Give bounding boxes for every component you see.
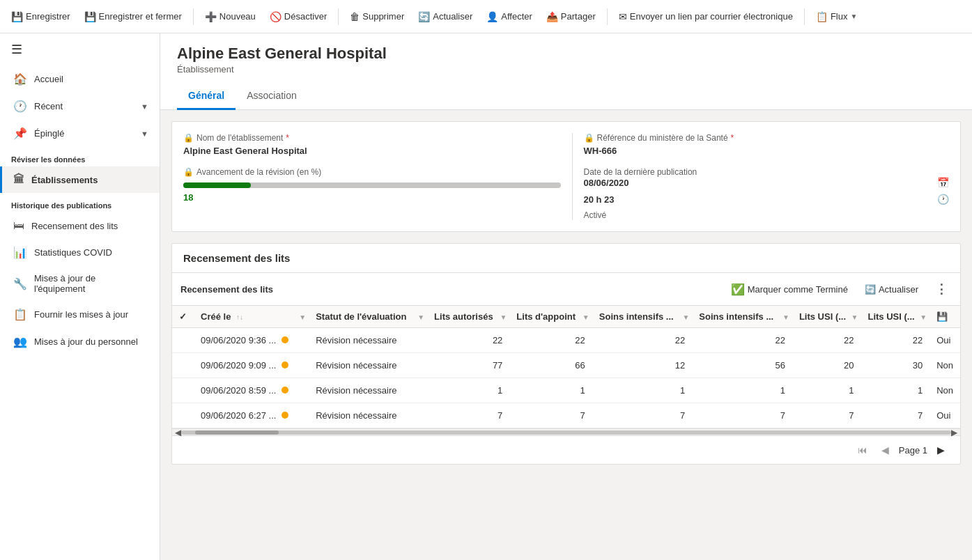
recent-chevron-icon: ▼ bbox=[141, 102, 148, 111]
form-right: 🔒 Référence du ministère de la Santé * W… bbox=[572, 133, 950, 220]
filter-icon-cree[interactable]: ▼ bbox=[299, 313, 306, 320]
scrollbar-thumb[interactable] bbox=[195, 430, 279, 435]
col-cree-le[interactable]: Créé le ↑↓ ▼ bbox=[194, 306, 309, 328]
form-section: 🔒 Nom de l'établissement * Alpine East G… bbox=[171, 121, 961, 232]
table-row[interactable]: 09/06/2020 9:36 ... Révision nécessaire … bbox=[172, 328, 960, 353]
col-lits-autorises[interactable]: Lits autorisés ▼ bbox=[427, 306, 509, 328]
row1-last: Oui bbox=[929, 328, 960, 353]
row3-check[interactable] bbox=[172, 378, 194, 403]
col-usi1[interactable]: Lits USI (... ▼ bbox=[792, 306, 861, 328]
row1-check[interactable] bbox=[172, 328, 194, 353]
table-scrollbar[interactable]: ◀ ▶ bbox=[172, 428, 960, 435]
filter-icon-lits-app[interactable]: ▼ bbox=[583, 313, 589, 320]
filter-icon-lits-auto[interactable]: ▼ bbox=[500, 313, 507, 320]
filter-icon-statut[interactable]: ▼ bbox=[417, 313, 424, 320]
row4-check[interactable] bbox=[172, 403, 194, 428]
clock-icon[interactable]: 🕐 bbox=[937, 194, 949, 205]
sep2 bbox=[338, 8, 339, 25]
sidebar-item-personnel[interactable]: 👥 Mises à jour du personnel bbox=[0, 328, 160, 355]
sidebar-item-fournir-mises[interactable]: 📋 Fournir les mises à jour bbox=[0, 301, 160, 328]
tab-general[interactable]: Général bbox=[177, 83, 236, 110]
filter-icon-soins2[interactable]: ▼ bbox=[782, 313, 789, 320]
filter-icon-soins1[interactable]: ▼ bbox=[682, 313, 689, 320]
table-header-row: ✓ Créé le ↑↓ ▼ Statut de l'évaluation ▼ bbox=[172, 306, 960, 328]
assign-button[interactable]: 👤 Affecter bbox=[481, 7, 538, 26]
calendar-icon[interactable]: 📅 bbox=[937, 177, 949, 188]
row4-lits-auto: 7 bbox=[427, 403, 509, 428]
row2-usi1: 20 bbox=[792, 353, 861, 378]
col-lits-appoint[interactable]: Lits d'appoint ▼ bbox=[509, 306, 592, 328]
field-reference: 🔒 Référence du ministère de la Santé * W… bbox=[584, 133, 950, 156]
delete-button[interactable]: 🗑 Supprimer bbox=[344, 7, 410, 26]
table-row[interactable]: 09/06/2020 8:59 ... Révision nécessaire … bbox=[172, 378, 960, 403]
field-active: Activé bbox=[584, 210, 950, 220]
fournir-icon: 📋 bbox=[13, 308, 27, 321]
share-icon: 📤 bbox=[546, 11, 558, 22]
mark-done-button[interactable]: ✅ Marquer comme Terminé bbox=[727, 280, 852, 299]
sidebar-item-etablissements[interactable]: 🏛 Établissements bbox=[0, 166, 160, 193]
row2-check[interactable] bbox=[172, 353, 194, 378]
flux-button[interactable]: 📋 Flux ▼ bbox=[810, 7, 863, 26]
row1-lits-auto: 22 bbox=[427, 328, 509, 353]
field-nom-etablissement: 🔒 Nom de l'établissement * Alpine East G… bbox=[183, 133, 561, 156]
sep3 bbox=[607, 8, 608, 25]
sidebar-item-epingle[interactable]: 📌 Épinglé ▼ bbox=[0, 120, 160, 147]
email-icon: ✉ bbox=[619, 11, 627, 22]
tab-association[interactable]: Association bbox=[236, 83, 308, 110]
col-soins2[interactable]: Soins intensifs ... ▼ bbox=[692, 306, 792, 328]
table-refresh-icon: 🔄 bbox=[865, 284, 876, 295]
filter-icon-usi1[interactable]: ▼ bbox=[851, 313, 858, 320]
section2-title: Historique des publications bbox=[0, 193, 160, 212]
row4-lits-app: 7 bbox=[509, 403, 592, 428]
sidebar-item-accueil[interactable]: 🏠 Accueil bbox=[0, 65, 160, 93]
scrollbar-track[interactable] bbox=[181, 430, 951, 435]
save-button[interactable]: 💾 Enregistrer bbox=[6, 7, 76, 26]
col-usi2[interactable]: Lits USI (... ▼ bbox=[861, 306, 929, 328]
assign-icon: 👤 bbox=[486, 11, 498, 22]
new-icon: ➕ bbox=[205, 11, 217, 22]
refresh-button[interactable]: 🔄 Actualiser bbox=[412, 7, 478, 26]
row3-usi1: 1 bbox=[792, 378, 861, 403]
sidebar-item-recent[interactable]: 🕐 Récent ▼ bbox=[0, 93, 160, 120]
pagination-first-btn[interactable]: ⏮ bbox=[854, 442, 872, 458]
row3-date: 09/06/2020 8:59 ... bbox=[194, 378, 309, 403]
sidebar-item-recensement-lits[interactable]: 🛏 Recensement des lits bbox=[0, 212, 160, 239]
table-row[interactable]: 09/06/2020 6:27 ... Révision nécessaire … bbox=[172, 403, 960, 428]
col-soins1[interactable]: Soins intensifs ... ▼ bbox=[592, 306, 693, 328]
share-button[interactable]: 📤 Partager bbox=[541, 7, 601, 26]
table-row[interactable]: 09/06/2020 9:09 ... Révision nécessaire … bbox=[172, 353, 960, 378]
col-statut[interactable]: Statut de l'évaluation ▼ bbox=[309, 306, 427, 328]
save-close-button[interactable]: 💾 Enregistrer et fermer bbox=[79, 7, 187, 26]
new-button[interactable]: ➕ Nouveau bbox=[199, 7, 261, 26]
scroll-right-btn[interactable]: ▶ bbox=[951, 428, 957, 437]
email-link-button[interactable]: ✉ Envoyer un lien par courrier électroni… bbox=[613, 7, 799, 26]
epingle-chevron-icon: ▼ bbox=[141, 130, 148, 138]
refresh-icon: 🔄 bbox=[418, 11, 430, 22]
row3-lits-app: 1 bbox=[509, 378, 592, 403]
table-more-button[interactable]: ⋮ bbox=[931, 279, 952, 300]
lits-icon: 🛏 bbox=[13, 219, 24, 232]
stats-icon: 📊 bbox=[13, 246, 27, 259]
date-publication-value: 08/06/2020 bbox=[584, 178, 629, 188]
row3-last: Non bbox=[929, 378, 960, 403]
col-check: ✓ bbox=[172, 306, 194, 328]
sidebar-item-stats-covid[interactable]: 📊 Statistiques COVID bbox=[0, 239, 160, 266]
recent-icon: 🕐 bbox=[13, 100, 27, 113]
sidebar-item-mises-a-jour-equipement[interactable]: 🔧 Mises à jour de l'équipement bbox=[0, 266, 160, 301]
row4-usi1: 7 bbox=[792, 403, 861, 428]
pagination-page-label: Page 1 bbox=[899, 445, 927, 456]
row2-date: 09/06/2020 9:09 ... bbox=[194, 353, 309, 378]
table-scroll-container[interactable]: ✓ Créé le ↑↓ ▼ Statut de l'évaluation ▼ bbox=[172, 306, 960, 428]
hamburger-icon[interactable]: ☰ bbox=[0, 33, 160, 65]
filter-icon-usi2[interactable]: ▼ bbox=[920, 313, 927, 320]
table-refresh-button[interactable]: 🔄 Actualiser bbox=[861, 281, 923, 297]
scroll-left-btn[interactable]: ◀ bbox=[175, 428, 181, 437]
equipement-icon: 🔧 bbox=[13, 277, 27, 290]
pagination-next-btn[interactable]: ▶ bbox=[933, 442, 949, 458]
tabs: Général Association bbox=[177, 83, 955, 109]
row2-status-dot bbox=[281, 361, 288, 368]
pagination-prev-btn[interactable]: ◀ bbox=[877, 442, 893, 458]
table-toolbar-right: ✅ Marquer comme Terminé 🔄 Actualiser ⋮ bbox=[727, 279, 952, 300]
row1-soins1: 22 bbox=[592, 328, 693, 353]
deactivate-button[interactable]: 🚫 Désactiver bbox=[264, 7, 332, 26]
